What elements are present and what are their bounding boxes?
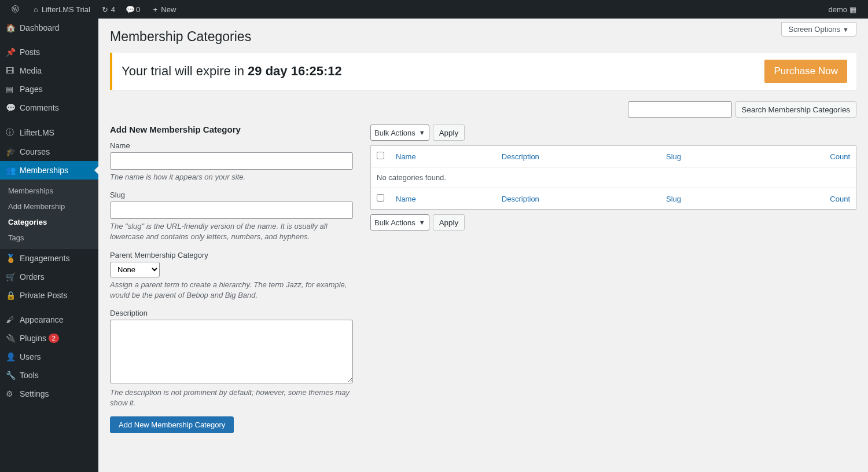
- admin-sidebar: 🏠Dashboard 📌Posts 🎞Media ▤Pages 💬Comment…: [0, 19, 98, 472]
- media-icon: 🎞: [6, 66, 20, 75]
- users-icon: 👥: [6, 166, 20, 175]
- categories-table: Name Description Slug Count No categorie…: [370, 145, 856, 210]
- grad-cap-icon: 🎓: [6, 147, 20, 156]
- search-row: Search Membership Categories: [110, 101, 856, 118]
- sidebar-item-posts[interactable]: 📌Posts: [0, 43, 98, 61]
- site-name: LifterLMS Trial: [42, 5, 90, 14]
- page-icon: ▤: [6, 85, 20, 94]
- pin-icon: 📌: [6, 47, 20, 57]
- lock-icon: 🔒: [6, 291, 20, 300]
- comment-icon: 💬: [124, 5, 136, 14]
- col-description-foot[interactable]: Description: [496, 188, 660, 210]
- submit-button[interactable]: Add New Membership Category: [110, 416, 234, 433]
- bulk-actions-select-bottom[interactable]: Bulk Actions▼: [370, 214, 429, 230]
- sidebar-item-appearance[interactable]: 🖌Appearance: [0, 310, 98, 329]
- search-input[interactable]: [628, 101, 732, 118]
- sidebar-item-comments[interactable]: 💬Comments: [0, 98, 98, 117]
- new-label: New: [161, 5, 176, 14]
- col-slug[interactable]: Slug: [660, 146, 749, 167]
- name-help: The name is how it appears on your site.: [110, 172, 353, 182]
- tablenav-top: Bulk Actions▼ Apply: [370, 125, 856, 141]
- cart-icon: 🛒: [6, 272, 20, 281]
- sidebar-item-private-posts[interactable]: 🔒Private Posts: [0, 286, 98, 305]
- wrench-icon: 🔧: [6, 371, 20, 380]
- col-name[interactable]: Name: [390, 146, 496, 167]
- parent-help: Assign a parent term to create a hierarc…: [110, 280, 353, 301]
- sidebar-item-engagements[interactable]: 🏅Engagements: [0, 249, 98, 268]
- content-area: Screen Options▼ Membership Categories Yo…: [98, 19, 868, 472]
- user-menu[interactable]: demo ▦: [823, 0, 863, 19]
- name-label: Name: [110, 141, 353, 150]
- trial-notice: Your trial will expire in 29 day 16:25:1…: [110, 53, 856, 90]
- sidebar-item-courses[interactable]: 🎓Courses: [0, 142, 98, 161]
- col-name-foot[interactable]: Name: [390, 188, 496, 210]
- avatar-icon: ▦: [847, 5, 859, 14]
- chevron-down-icon: ▼: [419, 219, 425, 226]
- submenu-categories[interactable]: Categories: [0, 214, 98, 230]
- purchase-button[interactable]: Purchase Now: [764, 60, 847, 83]
- home-icon: ⌂: [30, 5, 42, 14]
- sidebar-item-memberships[interactable]: 👥Memberships: [0, 161, 98, 180]
- empty-message: No categories found.: [371, 167, 856, 188]
- comments-link[interactable]: 💬 0: [120, 0, 145, 19]
- wordpress-icon: ⓦ: [9, 4, 21, 14]
- trial-message: Your trial will expire in 29 day 16:25:1…: [122, 64, 342, 79]
- col-description[interactable]: Description: [496, 146, 660, 167]
- plus-icon: +: [149, 5, 161, 14]
- search-button[interactable]: Search Membership Categories: [735, 101, 856, 118]
- plug-icon: 🔌: [6, 334, 20, 343]
- submenu-add-membership[interactable]: Add Membership: [0, 199, 98, 214]
- comments-count: 0: [136, 5, 140, 14]
- slug-input[interactable]: [110, 202, 353, 219]
- apply-button-bottom[interactable]: Apply: [433, 214, 465, 230]
- sidebar-item-settings[interactable]: ⚙Settings: [0, 385, 98, 403]
- brush-icon: 🖌: [6, 315, 20, 324]
- screen-options-button[interactable]: Screen Options▼: [781, 22, 857, 36]
- new-link[interactable]: + New: [145, 0, 181, 19]
- table-row-empty: No categories found.: [371, 167, 856, 188]
- dashboard-icon: 🏠: [6, 23, 20, 32]
- parent-select[interactable]: None: [110, 262, 160, 277]
- site-link[interactable]: ⌂LifterLMS Trial: [25, 0, 95, 19]
- submenu-tags[interactable]: Tags: [0, 230, 98, 246]
- page-title: Membership Categories: [110, 29, 856, 45]
- sidebar-item-tools[interactable]: 🔧Tools: [0, 366, 98, 385]
- admin-bar: ⓦ ⌂LifterLMS Trial ↻ 4 💬 0 + New demo ▦: [0, 0, 868, 19]
- user-name: demo: [828, 5, 847, 14]
- sidebar-item-media[interactable]: 🎞Media: [0, 61, 98, 80]
- submenu-memberships[interactable]: Memberships: [0, 183, 98, 199]
- plugins-badge: 2: [49, 334, 59, 343]
- form-title: Add New Membership Category: [110, 125, 353, 134]
- refresh-icon: ↻: [100, 5, 111, 14]
- user-icon: 👤: [6, 352, 20, 361]
- parent-label: Parent Membership Category: [110, 251, 353, 259]
- wordpress-logo[interactable]: ⓦ: [5, 0, 25, 19]
- updates-link[interactable]: ↻ 4: [95, 0, 120, 19]
- col-count[interactable]: Count: [749, 146, 856, 167]
- select-all-top[interactable]: [377, 152, 384, 159]
- comment-icon: 💬: [6, 103, 20, 112]
- name-input[interactable]: [110, 152, 353, 170]
- badge-icon: 🏅: [6, 254, 20, 263]
- membership-submenu: Memberships Add Membership Categories Ta…: [0, 180, 98, 249]
- col-slug-foot[interactable]: Slug: [660, 188, 749, 210]
- updates-count: 4: [111, 5, 115, 14]
- description-label: Description: [110, 309, 353, 317]
- sidebar-item-orders[interactable]: 🛒Orders: [0, 268, 98, 286]
- select-all-bottom[interactable]: [377, 194, 384, 202]
- settings-icon: ⚙: [6, 389, 20, 398]
- sidebar-item-lifterlms[interactable]: ⓘLifterLMS: [0, 123, 98, 142]
- description-textarea[interactable]: [110, 320, 353, 383]
- chevron-down-icon: ▼: [843, 26, 849, 33]
- col-count-foot[interactable]: Count: [749, 188, 856, 210]
- sidebar-item-users[interactable]: 👤Users: [0, 347, 98, 366]
- sidebar-item-dashboard[interactable]: 🏠Dashboard: [0, 19, 98, 37]
- description-help: The description is not prominent by defa…: [110, 387, 353, 408]
- tablenav-bottom: Bulk Actions▼ Apply: [370, 214, 856, 230]
- slug-help: The "slug" is the URL-friendly version o…: [110, 221, 353, 242]
- bulk-actions-select-top[interactable]: Bulk Actions▼: [370, 125, 429, 141]
- sidebar-item-plugins[interactable]: 🔌Plugins 2: [0, 329, 98, 347]
- apply-button-top[interactable]: Apply: [433, 125, 465, 141]
- chevron-down-icon: ▼: [419, 129, 425, 136]
- sidebar-item-pages[interactable]: ▤Pages: [0, 80, 98, 98]
